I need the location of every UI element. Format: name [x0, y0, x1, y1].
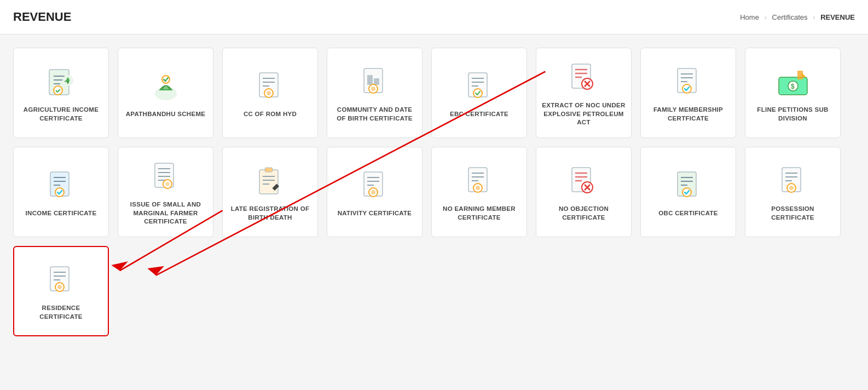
cc-of-rom-hyd-icon	[253, 70, 288, 105]
breadcrumb-sep2: ›	[813, 13, 815, 21]
main-content: AGRICULTURE INCOME CERTIFICATE APATHBAND…	[0, 35, 868, 349]
svg-rect-39	[797, 71, 803, 79]
breadcrumb-sep1: ›	[765, 13, 767, 21]
agriculture-income-certificate-icon	[44, 65, 79, 100]
card-fline-petitions[interactable]: $ FLINE PETITIONS SUB DIVISION	[745, 48, 841, 138]
card-family-membership[interactable]: FAMILY MEMBERSHIP CERTFICATE	[640, 48, 736, 138]
extract-noc-icon	[566, 61, 601, 96]
obc-certificate-icon	[671, 169, 706, 204]
card-possession-certificate[interactable]: POSSESSION CERTIFICATE	[745, 147, 841, 237]
card-nativity-certificate[interactable]: NATIVITY CERTIFICATE	[327, 147, 423, 237]
card-obc-certificate[interactable]: OBC CERTIFICATE	[640, 147, 736, 237]
breadcrumb-current: REVENUE	[820, 13, 855, 21]
cc-of-rom-hyd-label: CC OF ROM HYD	[244, 110, 297, 119]
svg-point-63	[371, 190, 375, 194]
svg-rect-15	[367, 75, 373, 85]
breadcrumb-home[interactable]: Home	[740, 13, 759, 21]
svg-text:$: $	[791, 83, 795, 90]
svg-point-51	[165, 182, 170, 186]
ebc-certificate-label: EBC CERTIFICATE	[450, 110, 508, 119]
svg-point-4	[54, 86, 62, 95]
possession-certificate-icon	[776, 164, 811, 199]
community-dob-certificate-label: COMMUNITY AND DATE OF BIRTH CERTIFICATE	[333, 106, 416, 123]
svg-point-93	[57, 285, 62, 289]
svg-point-23	[473, 89, 482, 97]
residence-certificate-icon	[44, 263, 79, 299]
apathbandhu-scheme-icon	[148, 70, 183, 105]
cards-grid: AGRICULTURE INCOME CERTIFICATE APATHBAND…	[13, 48, 855, 336]
card-residence-certificate[interactable]: RESIDENCE CERTIFICATE	[13, 246, 109, 336]
no-objection-certificate-label: NO OBJECTION CERTIFICATE	[542, 205, 626, 222]
ebc-certificate-icon	[462, 70, 497, 105]
card-agriculture-income-certificate[interactable]: AGRICULTURE INCOME CERTIFICATE	[13, 48, 109, 138]
no-objection-certificate-icon	[566, 164, 601, 199]
late-registration-label: LATE REGISTRATION OF BIRTH DEATH	[228, 205, 312, 222]
issue-small-farmer-label: ISSUE OF SMALL AND MARGINAL FARMER CERTI…	[124, 200, 207, 226]
card-extract-noc[interactable]: EXTRACT OF NOC UNDER EXPLOSIVE PETROLEUM…	[536, 48, 632, 138]
community-dob-certificate-icon	[357, 65, 392, 100]
svg-point-18	[371, 87, 375, 91]
nativity-certificate-icon	[357, 169, 392, 204]
agriculture-income-certificate-label: AGRICULTURE INCOME CERTIFICATE	[19, 106, 103, 123]
late-registration-icon	[253, 164, 288, 199]
no-earning-member-icon	[462, 164, 497, 199]
card-income-certificate[interactable]: INCOME CERTIFICATE	[13, 147, 109, 237]
card-ebc-certificate[interactable]: EBC CERTIFICATE	[431, 48, 527, 138]
page-header: REVENUE Home › Certificates › REVENUE	[0, 0, 868, 35]
svg-point-87	[789, 186, 794, 190]
card-issue-small-farmer[interactable]: ISSUE OF SMALL AND MARGINAL FARMER CERTI…	[118, 147, 213, 237]
svg-rect-53	[265, 168, 273, 172]
svg-point-13	[267, 91, 271, 95]
card-community-dob-certificate[interactable]: COMMUNITY AND DATE OF BIRTH CERTIFICATE	[327, 48, 423, 138]
card-apathbandhu-scheme[interactable]: APATHBANDHU SCHEME	[118, 48, 213, 138]
family-membership-label: FAMILY MEMBERSHIP CERTFICATE	[646, 106, 730, 123]
fline-petitions-label: FLINE PETITIONS SUB DIVISION	[751, 106, 835, 123]
svg-rect-16	[374, 78, 379, 85]
breadcrumb: Home › Certificates › REVENUE	[740, 13, 855, 21]
extract-noc-label: EXTRACT OF NOC UNDER EXPLOSIVE PETROLEUM…	[542, 101, 626, 127]
svg-point-69	[476, 186, 480, 190]
income-certificate-icon	[44, 169, 79, 204]
residence-certificate-label: RESIDENCE CERTIFICATE	[20, 304, 102, 321]
apathbandhu-scheme-label: APATHBANDHU SCHEME	[126, 110, 206, 119]
card-no-objection-certificate[interactable]: NO OBJECTION CERTIFICATE	[536, 147, 632, 237]
issue-small-farmer-icon	[148, 160, 183, 195]
family-membership-icon	[671, 65, 706, 100]
svg-rect-52	[259, 170, 278, 194]
no-earning-member-label: NO EARNING MEMBER CERTIFICATE	[437, 205, 521, 222]
breadcrumb-parent[interactable]: Certificates	[772, 13, 808, 21]
fline-petitions-icon: $	[776, 65, 811, 100]
income-certificate-label: INCOME CERTIFICATE	[26, 209, 97, 218]
page-title: REVENUE	[13, 10, 71, 24]
nativity-certificate-label: NATIVITY CERTIFICATE	[338, 209, 412, 218]
card-late-registration[interactable]: LATE REGISTRATION OF BIRTH DEATH	[222, 147, 318, 237]
obc-certificate-label: OBC CERTIFICATE	[658, 209, 717, 218]
card-no-earning-member[interactable]: NO EARNING MEMBER CERTIFICATE	[431, 147, 527, 237]
possession-certificate-label: POSSESSION CERTIFICATE	[751, 205, 835, 222]
card-cc-of-rom-hyd[interactable]: CC OF ROM HYD	[222, 48, 318, 138]
